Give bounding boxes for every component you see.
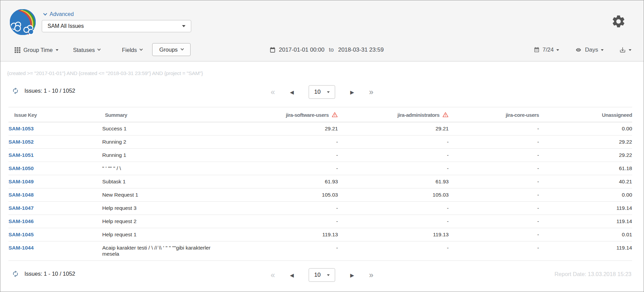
issues-count: Issues: 1 - 10 / 1052 [12, 270, 75, 277]
value-cell: - [338, 202, 449, 215]
settings-gear-icon[interactable] [611, 14, 626, 29]
value-cell: 119.13 [338, 228, 449, 241]
col-summary[interactable]: Summary [102, 107, 225, 122]
saved-report-value: SAM All Issues [48, 23, 84, 29]
issues-table: Issue Key Summary jira-software-users [8, 107, 632, 261]
groups-menu-button[interactable]: Groups [152, 43, 191, 56]
pager: « ◀ 10 ▶ » [271, 85, 374, 99]
col-jira-administrators[interactable]: jira-administrators [338, 107, 449, 122]
table-row: SAM-1053Success 129.2129.21-0.00 [8, 122, 632, 135]
date-from: 2017-01-01 00:00 [279, 47, 324, 53]
issue-summary: Subtask 1 [102, 175, 225, 188]
prev-page-button[interactable]: ◀ [290, 90, 294, 95]
issue-key-cell: SAM-1044 [8, 241, 102, 261]
download-icon [619, 47, 626, 53]
value-cell: 0.00 [539, 122, 632, 135]
issue-key-link[interactable]: SAM-1052 [8, 139, 34, 145]
chevron-down-icon [43, 12, 47, 15]
last-page-button[interactable]: » [369, 271, 374, 279]
issue-key-link[interactable]: SAM-1048 [8, 192, 34, 198]
value-cell: - [338, 162, 449, 175]
table-row: SAM-1046Help request 2---119.14 [8, 215, 632, 228]
table-row: SAM-1044Acaip karakter testi / \ // \\ '… [8, 241, 632, 261]
app-logo-icon [10, 9, 36, 35]
warning-icon [332, 112, 338, 118]
date-range[interactable]: 2017-01-01 00:00 to 2018-03-31 23:59 [269, 43, 384, 57]
saved-report-select[interactable]: SAM All Issues [42, 20, 191, 32]
eye-icon [575, 47, 582, 53]
groups-label: Groups [159, 47, 178, 53]
group-time-label: Group Time [23, 47, 53, 53]
next-page-button[interactable]: ▶ [350, 273, 354, 278]
value-cell: - [225, 162, 338, 175]
issue-key-cell: SAM-1048 [8, 188, 102, 202]
issue-key-link[interactable]: SAM-1044 [8, 245, 34, 251]
table-row: SAM-1050" ' "" " / \---61.18 [8, 162, 632, 175]
issue-key-link[interactable]: SAM-1047 [8, 205, 34, 211]
value-cell: 119.13 [225, 228, 338, 241]
col-unassigned[interactable]: Unassigneed [539, 107, 632, 122]
col-label: jira-software-users [286, 112, 329, 118]
table-row: SAM-1045Help request 1119.13119.13-0.01 [8, 228, 632, 241]
hours-mode-menu[interactable]: 7/24 [534, 47, 559, 53]
value-cell: 0.01 [539, 228, 632, 241]
value-cell: - [338, 215, 449, 228]
page-size-select[interactable]: 10 [309, 85, 335, 99]
issue-key-link[interactable]: SAM-1045 [8, 232, 34, 237]
issue-summary: Running 2 [102, 135, 225, 149]
value-cell: - [449, 215, 539, 228]
warning-icon [442, 112, 449, 118]
fields-menu[interactable]: Fields [122, 43, 142, 57]
value-cell: 119.14 [539, 241, 632, 261]
page-size-value: 10 [314, 89, 321, 95]
date-separator: to [327, 47, 335, 53]
issues-table-body: SAM-1053Success 129.2129.21-0.00SAM-1052… [8, 122, 632, 261]
view-mode-menu[interactable]: Days [575, 47, 604, 53]
toolbar: Group Time Statuses Fields Groups 2017-0… [0, 43, 644, 57]
advanced-label: Advanced [50, 11, 74, 17]
caret-down-icon [327, 91, 330, 93]
issues-count-label: Issues: 1 - 10 / 1052 [24, 88, 75, 94]
col-issue-key[interactable]: Issue Key [8, 107, 102, 122]
issue-key-cell: SAM-1045 [8, 228, 102, 241]
export-menu[interactable] [619, 47, 631, 53]
col-jira-software-users[interactable]: jira-software-users [225, 107, 338, 122]
calendar-icon [534, 47, 540, 53]
chevron-down-icon [97, 48, 101, 51]
prev-page-button[interactable]: ◀ [290, 273, 294, 278]
issue-summary: Help request 1 [102, 228, 225, 241]
issue-key-link[interactable]: SAM-1046 [8, 218, 34, 224]
col-jira-core-users[interactable]: jira-core-users [449, 107, 539, 122]
issue-key-link[interactable]: SAM-1049 [8, 179, 34, 184]
grid-icon [15, 47, 20, 53]
date-to: 2018-03-31 23:59 [338, 47, 383, 53]
last-page-button[interactable]: » [369, 88, 374, 96]
value-cell: 61.93 [338, 175, 449, 188]
advanced-toggle[interactable]: Advanced [44, 11, 74, 17]
value-cell: 105.03 [338, 188, 449, 202]
refresh-icon[interactable] [12, 270, 19, 277]
value-cell: 105.03 [225, 188, 338, 202]
value-cell: 61.93 [225, 175, 338, 188]
issue-key-cell: SAM-1050 [8, 162, 102, 175]
group-time-menu[interactable]: Group Time [15, 43, 58, 57]
issue-summary: New Request 1 [102, 188, 225, 202]
header: Advanced SAM All Issues Group Time Statu… [0, 0, 644, 61]
page-size-select[interactable]: 10 [309, 268, 335, 282]
refresh-icon[interactable] [12, 87, 19, 94]
first-page-button[interactable]: « [271, 271, 275, 279]
value-cell: - [225, 135, 338, 149]
table-row: SAM-1051Running 1---29.22 [8, 149, 632, 162]
value-cell: - [449, 149, 539, 162]
chevron-down-icon [181, 47, 184, 51]
statuses-menu[interactable]: Statuses [73, 43, 100, 57]
next-page-button[interactable]: ▶ [350, 90, 354, 95]
value-cell: 29.22 [539, 149, 632, 162]
caret-down-icon [556, 49, 559, 51]
issue-key-link[interactable]: SAM-1051 [8, 152, 34, 158]
issue-key-link[interactable]: SAM-1053 [8, 126, 34, 131]
issue-key-cell: SAM-1053 [8, 122, 102, 135]
app-window: Advanced SAM All Issues Group Time Statu… [0, 0, 644, 292]
issue-key-link[interactable]: SAM-1050 [8, 165, 34, 171]
first-page-button[interactable]: « [271, 88, 275, 96]
